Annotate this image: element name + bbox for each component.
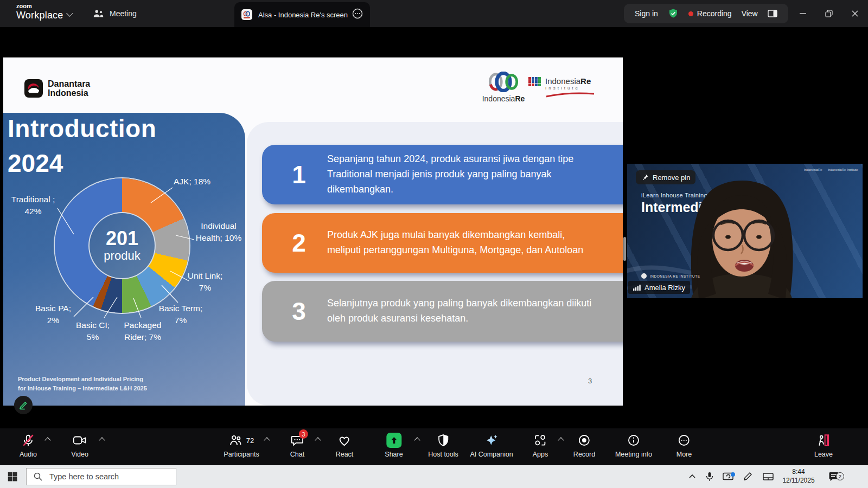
donut-center-value: 201	[106, 228, 138, 249]
apps-button[interactable]: Apps	[533, 433, 548, 458]
start-button[interactable]	[0, 465, 25, 488]
close-button[interactable]	[842, 0, 868, 27]
pencil-icon	[18, 400, 28, 410]
slide-title-line1: Introduction	[8, 114, 156, 143]
taskbar-clock[interactable]: 8:44 12/11/2025	[780, 465, 818, 488]
titlebar-controls: Sign in Recording View	[624, 4, 788, 23]
audio-options-chevron[interactable]	[44, 437, 50, 443]
video-institute-caption: INDONESIA RE INSTITUTE	[641, 273, 700, 279]
remove-pin-button[interactable]: Remove pin	[636, 170, 695, 184]
donut-chart-center: 201 produk	[88, 212, 156, 279]
slide-point-3: 3 Selanjutnya produk yang paling banyak …	[262, 281, 623, 342]
presentation-slide: Danantara Indonesia IndonesiaRe In	[3, 57, 623, 406]
danantara-logo: Danantara Indonesia	[24, 79, 90, 98]
chart-callout-traditional: Traditional ; 42%	[10, 194, 56, 217]
brand-chevron-icon[interactable]	[66, 10, 73, 17]
chart-callout-individual-health: Individual Health; 10%	[193, 220, 245, 244]
search-input[interactable]	[49, 472, 163, 481]
cast-active-dot	[731, 472, 735, 477]
audio-label: Audio	[20, 451, 37, 458]
sign-in-button[interactable]: Sign in	[635, 9, 658, 18]
tray-screen-cast[interactable]	[722, 465, 734, 488]
ai-companion-button[interactable]: AI Companion	[470, 433, 513, 458]
tray-touchpad[interactable]	[762, 465, 774, 488]
participants-options-chevron[interactable]	[264, 437, 270, 443]
minimize-button[interactable]	[790, 0, 816, 27]
slide-page-number: 3	[588, 377, 592, 385]
panel-resize-handle[interactable]	[623, 237, 626, 261]
chat-unread-badge: 3	[299, 429, 308, 439]
more-button[interactable]: More	[676, 433, 692, 458]
chat-button[interactable]: 3 Chat	[290, 433, 304, 458]
apps-options-chevron[interactable]	[558, 437, 564, 443]
indonesia-re-logo-bold: Re	[515, 94, 525, 103]
participants-icon	[229, 433, 243, 447]
point-1-text: Sepanjang tahun 2024, produk asuransi ji…	[327, 152, 601, 197]
participants-button[interactable]: 72 Participants	[224, 433, 259, 458]
participant-name: Amelia Rizky	[644, 284, 685, 292]
tab-meeting[interactable]: Meeting	[92, 5, 137, 22]
video-options-chevron[interactable]	[99, 437, 105, 443]
leave-door-icon	[816, 433, 831, 447]
info-icon	[627, 433, 641, 447]
view-layout-icon[interactable]	[768, 9, 777, 18]
heart-icon	[337, 433, 352, 447]
host-tools-button[interactable]: Host tools	[428, 433, 458, 458]
video-button[interactable]: Video	[71, 433, 88, 458]
point-3-number: 3	[285, 297, 313, 326]
pen-icon	[742, 471, 753, 482]
tray-pen[interactable]	[742, 465, 753, 488]
share-options-chevron[interactable]	[414, 437, 420, 443]
slide-footer: Product Development and Individual Prici…	[18, 375, 147, 393]
tray-show-hidden-icons[interactable]	[688, 465, 697, 488]
react-label: React	[336, 451, 354, 458]
tab-shared-screen[interactable]: Alsa - Indonesia Re's screen	[234, 2, 370, 27]
audio-button[interactable]: Audio	[20, 433, 37, 458]
share-label: Share	[385, 451, 403, 458]
pinned-video-tile[interactable]: IndonesiaRe IndonesiaRe Institute iLearn…	[627, 164, 863, 298]
security-shield-icon[interactable]	[668, 8, 679, 19]
annotate-button[interactable]	[14, 396, 33, 414]
more-label: More	[676, 451, 692, 458]
tray-microphone[interactable]	[705, 465, 714, 488]
react-button[interactable]: React	[336, 433, 354, 458]
chart-callout-basic-ci: Basic CI; 5%	[70, 319, 116, 343]
indonesia-re-ellipses-icon	[483, 72, 524, 92]
notification-center-button[interactable]: 2	[828, 465, 840, 488]
chat-options-chevron[interactable]	[315, 437, 321, 443]
institute-swoosh-icon	[545, 92, 595, 98]
share-button[interactable]: Share	[385, 433, 403, 458]
record-label: Record	[573, 451, 595, 458]
recording-indicator: Recording	[688, 9, 732, 18]
record-button[interactable]: Record	[573, 433, 595, 458]
institute-logo-bold: Re	[580, 76, 591, 86]
leave-label: Leave	[814, 451, 833, 458]
meeting-info-label: Meeting info	[615, 451, 652, 458]
restore-button[interactable]	[816, 0, 842, 27]
touchpad-icon	[762, 472, 774, 481]
host-tools-label: Host tools	[428, 451, 458, 458]
leave-button[interactable]: Leave	[814, 433, 833, 458]
tab-options-icon[interactable]	[352, 8, 363, 22]
windows-taskbar: zoom	[0, 465, 868, 488]
microphone-icon	[705, 472, 714, 481]
view-button[interactable]: View	[742, 9, 758, 18]
notification-count-badge: 2	[836, 472, 844, 480]
recording-label: Recording	[697, 9, 732, 18]
point-2-number: 2	[285, 228, 313, 258]
institute-logo-text: Indonesia	[545, 76, 580, 86]
brand-workplace-text: Workplace	[16, 10, 63, 21]
point-1-number: 1	[285, 160, 313, 189]
chevron-up-icon	[688, 472, 697, 481]
indonesia-re-logo-text: Indonesia	[482, 94, 515, 103]
zoom-workplace-brand: zoom Workplace	[16, 3, 63, 20]
zoom-workplace-window: zoom Workplace Meeting Alsa - Indonesia …	[0, 0, 868, 488]
meeting-info-button[interactable]: Meeting info	[615, 433, 652, 458]
danantara-logo-line2: Indonesia	[48, 88, 90, 98]
taskbar-search[interactable]	[26, 468, 176, 485]
microphone-muted-icon	[21, 433, 35, 447]
share-screen-icon	[386, 433, 401, 448]
point-2-text: Produk AJK juga mulai banyak dikembangka…	[327, 228, 601, 258]
remove-pin-label: Remove pin	[653, 174, 690, 182]
titlebar: zoom Workplace Meeting Alsa - Indonesia …	[0, 0, 868, 27]
